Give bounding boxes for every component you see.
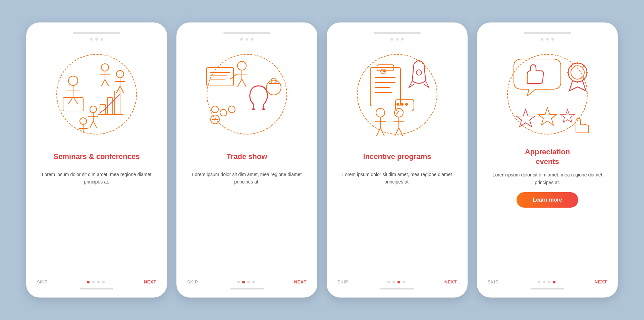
phone-dots-top (240, 38, 254, 41)
dashed-circle (357, 54, 437, 135)
nav-dot-1 (237, 281, 240, 283)
dashed-circle (56, 54, 137, 135)
nav-dot-3 (97, 281, 100, 283)
phone-bottom-seminars: SKIP NEXT (34, 279, 159, 284)
nav-dot-3 (397, 281, 400, 283)
status-dot (551, 38, 554, 41)
status-dot (90, 38, 93, 41)
phone-top-bar (73, 32, 120, 34)
illustration-incentive (343, 44, 451, 145)
nav-dot-3 (247, 281, 250, 283)
phone-dots-top (390, 38, 404, 41)
next-button-seminars[interactable]: NEXT (144, 279, 156, 284)
status-dot (246, 38, 248, 41)
phone-bottom-appreciation: SKIP NEXT (485, 279, 610, 284)
illustration-appreciation (494, 44, 601, 145)
skip-button-tradeshow[interactable]: SKIP (187, 279, 198, 284)
card-text-incentive: Lorem ipsum dolor sit dim amet, mea regi… (335, 171, 460, 186)
nav-dot-1 (387, 281, 390, 283)
home-bar (80, 288, 113, 289)
status-dot (396, 38, 398, 41)
phone-incentive: Incentive programs Lorem ipsum dolor sit… (327, 22, 468, 298)
card-title-incentive: Incentive programs (363, 147, 431, 166)
phone-bottom-incentive: SKIP NEXT (335, 279, 460, 284)
phones-container: Seminars & conferences Lorem ipsum dolor… (26, 22, 618, 298)
phone-dots-top (541, 38, 554, 41)
card-text-appreciation: Lorem ipsum dolor sit dim amet, mea regi… (485, 171, 610, 186)
status-dot (541, 38, 543, 41)
phone-appreciation: Appreciationevents Lorem ipsum dolor sit… (477, 22, 618, 298)
skip-button-seminars[interactable]: SKIP (37, 279, 48, 284)
card-text-seminars: Lorem ipsum dolor sit dim amet, mea regi… (34, 171, 159, 186)
status-dot (101, 38, 103, 41)
status-dot (546, 38, 549, 41)
home-bar (531, 288, 564, 289)
skip-button-incentive[interactable]: SKIP (337, 279, 348, 284)
nav-dot-4 (402, 281, 405, 283)
nav-dot-1 (538, 281, 540, 283)
nav-dots-appreciation (538, 281, 555, 283)
status-dot (401, 38, 404, 41)
card-text-tradeshow: Lorem ipsum dolor sit dim amet, mea regi… (184, 171, 309, 186)
nav-dot-4 (102, 281, 105, 283)
status-dot (251, 38, 254, 41)
illustration-tradeshow (193, 44, 301, 145)
next-button-incentive[interactable]: NEXT (444, 279, 457, 284)
phone-tradeshow: Trade show Lorem ipsum dolor sit dim ame… (176, 22, 317, 298)
phone-bottom-tradeshow: SKIP NEXT (184, 279, 309, 284)
skip-button-appreciation[interactable]: SKIP (488, 279, 498, 284)
phone-top-bar (223, 32, 270, 34)
nav-dot-2 (543, 281, 545, 283)
card-title-appreciation: Appreciationevents (525, 147, 570, 166)
nav-dot-3 (548, 281, 550, 283)
phone-seminars: Seminars & conferences Lorem ipsum dolor… (26, 22, 167, 298)
dashed-circle (207, 54, 287, 135)
nav-dot-4 (553, 281, 555, 283)
nav-dot-2 (242, 281, 245, 283)
nav-dot-1 (87, 281, 90, 283)
card-title-seminars: Seminars & conferences (54, 147, 140, 166)
nav-dot-2 (92, 281, 95, 283)
home-bar (380, 288, 414, 289)
phone-top-bar (374, 32, 421, 34)
next-button-appreciation[interactable]: NEXT (595, 279, 607, 284)
nav-dot-4 (252, 281, 255, 283)
learn-more-button[interactable]: Learn more (517, 192, 578, 208)
nav-dots-incentive (387, 281, 405, 283)
phone-dots-top (90, 38, 103, 41)
status-dot (95, 38, 98, 41)
home-bar (230, 288, 264, 289)
dashed-circle (507, 54, 588, 135)
status-dot (390, 38, 393, 41)
status-dot (240, 38, 243, 41)
card-title-tradeshow: Trade show (226, 147, 267, 166)
nav-dot-2 (392, 281, 395, 283)
nav-dots-tradeshow (237, 281, 255, 283)
illustration-seminars (43, 44, 150, 145)
nav-dots-seminars (87, 281, 105, 283)
phone-top-bar (524, 32, 571, 34)
next-button-tradeshow[interactable]: NEXT (294, 279, 307, 284)
